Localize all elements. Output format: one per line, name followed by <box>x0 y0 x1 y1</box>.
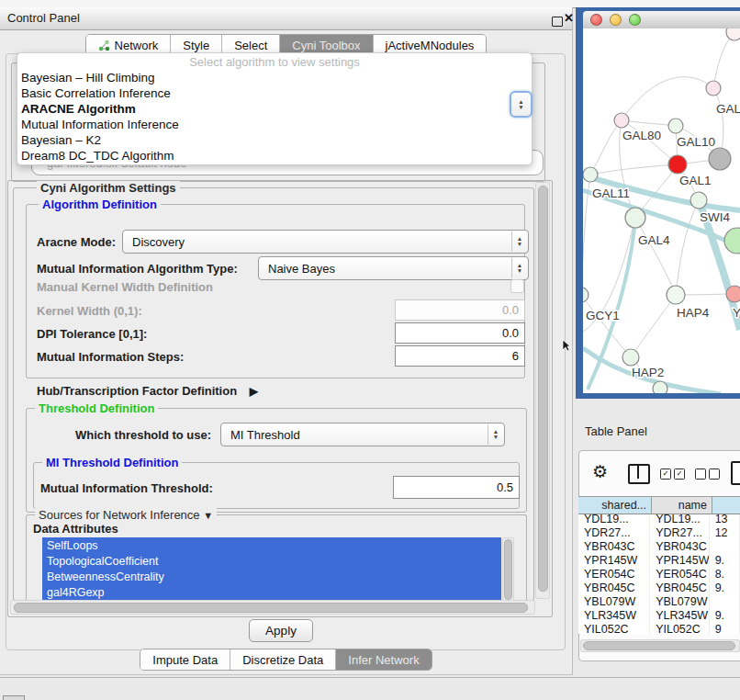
algorithm-popup-placeholder: Select algorithm to view settings <box>17 53 532 71</box>
mi-threshold-field[interactable]: 0.5 <box>393 476 520 499</box>
algorithm-option[interactable]: Dream8 DC_TDC Algorithm <box>17 149 532 164</box>
manual-kernel-checkbox[interactable] <box>510 279 524 293</box>
sources-title-text: Sources for Network Inference <box>39 508 200 522</box>
close-traffic-icon[interactable] <box>590 14 602 26</box>
algorithm-option[interactable]: Bayesian – Hill Climbing <box>17 71 532 86</box>
table-row[interactable]: YDR27...YDR27...12 <box>578 526 740 540</box>
algorithm-option[interactable]: Mutual Information Inference <box>17 118 532 133</box>
apply-button[interactable]: Apply <box>249 619 313 642</box>
hide-columns-icon[interactable] <box>695 469 720 480</box>
table-cell: YDR27... <box>650 526 710 540</box>
aracne-mode-combo[interactable]: Discovery ▲▼ <box>122 230 529 254</box>
algorithm-option[interactable]: Bayesian – K2 <box>17 133 532 149</box>
table-horizontal-scrollbar[interactable] <box>580 639 740 652</box>
node-label: GAL1 <box>679 174 712 187</box>
mi-steps-value: 6 <box>512 349 519 363</box>
aracne-mode-label: Aracne Mode: <box>37 235 116 249</box>
attribute-list-scrollbar[interactable] <box>502 537 514 602</box>
network-node[interactable] <box>706 81 721 96</box>
scrollbar-thumb[interactable] <box>583 641 735 650</box>
network-node[interactable] <box>726 286 740 302</box>
network-node[interactable] <box>583 167 598 182</box>
table-row[interactable]: YBL079WYBL079W <box>578 595 740 609</box>
mi-type-combo[interactable]: Naive Bayes ▲▼ <box>258 256 529 280</box>
table-row[interactable]: YDL19...YDL19...13 <box>578 513 740 526</box>
network-node[interactable] <box>614 113 629 128</box>
table-row[interactable]: YER054CYER054C8. <box>578 568 740 581</box>
table-row[interactable]: YBR043CYBR043C <box>578 540 740 554</box>
tab-discretize-data[interactable]: Discretize Data <box>230 649 336 670</box>
attribute-item[interactable]: gal4RGexp <box>42 584 501 600</box>
kernel-width-label: Kernel Width (0,1): <box>37 304 142 318</box>
dpi-tolerance-field[interactable]: 0.0 <box>395 322 525 344</box>
algorithm-option[interactable]: ARACNE Algorithm <box>17 102 532 118</box>
node-label: SWI4 <box>700 210 730 224</box>
show-columns-icon[interactable]: ✓ ✓ <box>660 469 685 480</box>
minimized-panel-icon[interactable] <box>3 695 25 700</box>
mi-type-value: Naive Bayes <box>268 262 335 276</box>
column-header[interactable]: name <box>652 497 712 514</box>
settings-vertical-scrollbar[interactable] <box>535 182 550 599</box>
document-icon[interactable] <box>731 461 740 485</box>
data-attributes-list[interactable]: SelfLoopsTopologicalCoefficientBetweenne… <box>42 537 501 600</box>
gear-icon[interactable]: ⚙ <box>592 461 608 482</box>
column-header[interactable] <box>712 497 740 514</box>
kernel-width-field[interactable]: 0.0 <box>395 299 525 321</box>
network-window-titlebar[interactable] <box>583 11 740 29</box>
mi-steps-field[interactable]: 6 <box>395 345 525 367</box>
sources-group-title[interactable]: Sources for Network Inference ▼ <box>35 508 217 522</box>
network-node[interactable] <box>668 119 683 133</box>
node-label: GAL11 <box>592 186 630 200</box>
table-row[interactable]: YLR345WYLR345W9. <box>578 609 740 623</box>
algorithm-combo-stepper[interactable]: ▲ ▼ <box>510 91 533 118</box>
network-node[interactable] <box>583 288 589 302</box>
node-label: GCY1 <box>586 309 620 322</box>
manual-kernel-label: Manual Kernel Width Definition <box>37 280 213 294</box>
column-header[interactable]: shared... <box>578 497 652 514</box>
tab-label: jActiveMNodules <box>386 39 475 52</box>
split-columns-icon[interactable] <box>628 464 650 484</box>
network-canvas[interactable]: GALGAL80GAL10GAL1GAL11SWI4GAL4GCY1HAP4YH… <box>583 28 740 393</box>
network-node[interactable] <box>653 381 667 393</box>
table-row[interactable]: YBR045CYBR045C9. <box>578 581 740 595</box>
float-window-icon[interactable] <box>552 17 563 27</box>
hub-section-toggle[interactable]: Hub/Transcription Factor Definition ▶ <box>37 384 258 398</box>
network-node[interactable] <box>667 286 685 304</box>
attribute-item[interactable]: SelfLoops <box>42 537 501 553</box>
tab-infer-network[interactable]: Infer Network <box>336 649 431 670</box>
stepper-icon: ▲▼ <box>511 258 527 278</box>
scrollbar-thumb[interactable] <box>504 539 512 600</box>
network-node[interactable] <box>622 349 639 366</box>
network-node[interactable] <box>709 148 731 170</box>
algorithm-option[interactable]: Basic Correlation Inference <box>17 86 532 102</box>
control-panel-title: Control Panel <box>7 11 80 25</box>
scrollbar-thumb[interactable] <box>538 186 548 592</box>
zoom-traffic-icon[interactable] <box>629 14 641 26</box>
table-row[interactable]: YPR145WYPR145W9. <box>578 554 740 568</box>
network-node[interactable] <box>668 155 687 174</box>
tab-impute-data[interactable]: Impute Data <box>140 649 230 670</box>
stepper-icon: ▲▼ <box>511 231 527 252</box>
network-node[interactable] <box>724 228 740 254</box>
network-node[interactable] <box>690 192 707 209</box>
network-icon <box>98 40 110 51</box>
minimize-traffic-icon[interactable] <box>610 14 622 26</box>
which-threshold-combo[interactable]: MI Threshold ▲▼ <box>220 423 505 446</box>
attribute-item[interactable]: BetweennessCentrality <box>42 569 501 584</box>
attribute-item[interactable]: TopologicalCoefficient <box>42 553 501 569</box>
settings-horizontal-scrollbar[interactable] <box>10 600 535 615</box>
kernel-width-value: 0.0 <box>502 303 519 317</box>
aracne-mode-value: Discovery <box>132 235 185 249</box>
network-node[interactable] <box>726 28 740 40</box>
table-row[interactable]: YIL052CYIL052C9 <box>578 623 740 634</box>
scrollbar-thumb[interactable] <box>14 603 528 613</box>
node-label: Y <box>733 306 740 320</box>
table-cell: YBR045C <box>650 581 710 595</box>
close-icon[interactable]: ✕ <box>564 11 574 25</box>
table-body[interactable]: YDL19...YDL19...13YDR27...YDR27...12YBR0… <box>578 513 740 634</box>
data-attributes-label: Data Attributes <box>33 522 118 536</box>
node-label: GAL4 <box>638 233 670 247</box>
node-label: GAL <box>716 102 740 116</box>
network-node[interactable] <box>625 208 645 228</box>
table-header-row[interactable]: shared...name <box>578 496 740 514</box>
